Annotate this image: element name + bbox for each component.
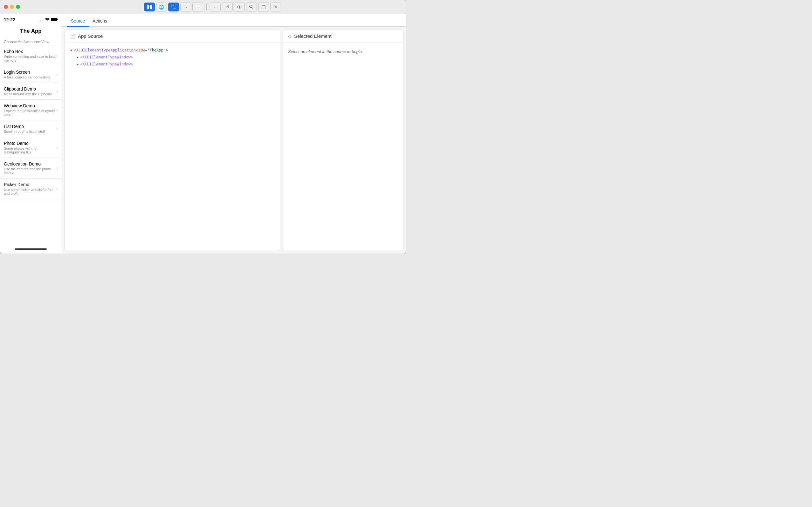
svg-rect-4 [171,5,174,5]
list-item-chevron-4: › [56,126,58,131]
svg-rect-14 [51,18,57,21]
maximize-button[interactable] [16,5,20,9]
search-button[interactable] [246,3,257,11]
list-item-subtitle-6: Use the camera and the photo library [4,167,56,175]
cursor-tool-button[interactable] [168,3,179,11]
phone-status-icons: … [40,17,58,22]
svg-point-13 [47,20,48,21]
list-item-text-2: Clipboard Demo Mess around with the clip… [4,87,56,96]
list-item-chevron-7: › [56,186,58,191]
tree-toggle-root[interactable]: ▼ [69,48,74,53]
svg-point-8 [239,6,240,8]
phone-list-item-5[interactable]: Photo Demo Some photos with no distingui… [0,137,62,158]
phone-statusbar: 12:22 … [0,14,62,25]
tree-node-window1[interactable]: ▶ <XCUIElementTypeWindow> [67,54,277,61]
tab-source[interactable]: Source [67,16,89,27]
tree-tag-window1: <XCUIElementTypeWindow> [80,55,133,59]
svg-rect-12 [263,5,264,6]
list-item-subtitle-1: A fake login screen for testing [4,75,56,79]
tree-node-root[interactable]: ▼ <XCUIElementTypeApplication name =" Th… [67,47,277,54]
list-item-title-7: Picker Demo [4,182,56,187]
content-area: 12:22 … [0,14,406,253]
list-item-title-3: Webview Demo [4,103,56,108]
tree-tag-root: <XCUIElementTypeApplication [74,48,136,52]
tree-tag-close: "> [163,48,168,52]
svg-point-9 [250,5,252,8]
list-item-title-4: List Demo [4,124,56,129]
minimize-button[interactable] [10,5,14,9]
phone-list-item-1[interactable]: Login Screen A fake login screen for tes… [0,66,62,83]
tree-attr-name-root: name [136,48,145,52]
phone-list-item-2[interactable]: Clipboard Demo Mess around with the clip… [0,83,62,100]
source-panel-header: 📄 App Source [65,30,280,43]
battery-icon [51,17,58,22]
phone-home-bar [0,244,62,253]
list-item-chevron-6: › [56,166,58,171]
phone-time: 12:22 [4,17,15,22]
arrow-tool-button[interactable]: → [180,3,191,11]
refresh-button[interactable]: ↺ [222,3,233,11]
svg-rect-1 [150,5,152,7]
svg-rect-3 [150,7,152,9]
tree-toggle-window1[interactable]: ▶ [75,55,80,60]
svg-rect-11 [262,5,265,9]
selected-empty-message: Select an element in the source to begin… [283,43,403,250]
list-item-chevron-1: › [56,72,58,77]
list-item-text-3: Webview Demo Explore the possibilities o… [4,103,56,117]
tab-actions[interactable]: Actions [89,16,111,27]
phone-list-item-7[interactable]: Picker Demo Use some picker wheels for f… [0,178,62,199]
list-item-subtitle-5: Some photos with no distinguishing IDs [4,147,56,154]
tree-attr-value-root: TheApp [149,48,163,52]
svg-rect-0 [147,5,149,7]
close-button[interactable] [4,5,8,9]
list-item-title-1: Login Screen [4,69,56,75]
back-button[interactable]: ← [210,3,221,11]
clipboard-button[interactable] [258,3,269,11]
selected-panel-icon: ◇ [288,34,292,39]
phone-list-item-4[interactable]: List Demo Scroll through a list of stuff… [0,120,62,137]
list-item-chevron-0: › [56,53,58,58]
tree-node-window2[interactable]: ▶ <XCUIElementTypeWindow> [67,61,277,68]
inspector-tabs: Source Actions [62,14,406,27]
selected-panel-header: ◇ Selected Element [283,30,403,43]
list-item-chevron-5: › [56,145,58,150]
list-item-subtitle-2: Mess around with the clipboard [4,92,56,96]
grid-tool-button[interactable] [144,3,155,11]
toolbar-divider-1 [206,4,207,10]
list-item-title-2: Clipboard Demo [4,87,56,92]
svg-line-10 [252,8,253,9]
tree-toggle-window2[interactable]: ▶ [75,62,80,67]
titlebar: 🌐 → ⬚ ← ↺ [0,0,406,14]
svg-rect-6 [173,9,176,9]
list-item-title-6: Geolocation Demo [4,161,56,166]
tree-attr-eq: =" [145,48,149,52]
phone-panel: 12:22 … [0,14,62,253]
signal-icon: … [40,18,44,21]
app-title: The App [0,25,62,37]
selected-panel-title: Selected Element [294,33,332,39]
source-panel-icon: 📄 [70,34,75,39]
main-window: 🌐 → ⬚ ← ↺ [0,0,406,253]
inspector-panels: 📄 App Source ▼ <XCUIElementTypeApplicati… [62,27,406,253]
phone-list-item-6[interactable]: Geolocation Demo Use the camera and the … [0,158,62,178]
phone-list-item-0[interactable]: Echo Box Write something and save to loc… [0,45,62,66]
tree-tag-window2: <XCUIElementTypeWindow> [80,62,133,66]
list-item-text-1: Login Screen A fake login screen for tes… [4,69,56,79]
list-item-subtitle-4: Scroll through a list of stuff [4,130,56,133]
svg-rect-2 [147,7,149,9]
list-item-text-6: Geolocation Demo Use the camera and the … [4,161,56,175]
list-item-chevron-3: › [56,107,58,112]
close-session-button[interactable]: ✕ [270,3,281,11]
list-item-chevron-2: › [56,89,58,94]
source-panel: 📄 App Source ▼ <XCUIElementTypeApplicati… [64,29,280,251]
eye-button[interactable] [234,3,245,11]
list-item-text-7: Picker Demo Use some picker wheels for f… [4,182,56,195]
globe-tool-button[interactable]: 🌐 [156,3,167,11]
inspector-area: Source Actions 📄 App Source ▼ <XCUIEleme… [62,14,406,253]
home-indicator [15,248,47,250]
phone-list-item-3[interactable]: Webview Demo Explore the possibilities o… [0,100,62,120]
wifi-icon [45,18,50,22]
list-item-title-5: Photo Demo [4,141,56,146]
select-box-tool-button[interactable]: ⬚ [192,3,203,11]
list-item-subtitle-7: Use some picker wheels for fun and profi… [4,188,56,195]
